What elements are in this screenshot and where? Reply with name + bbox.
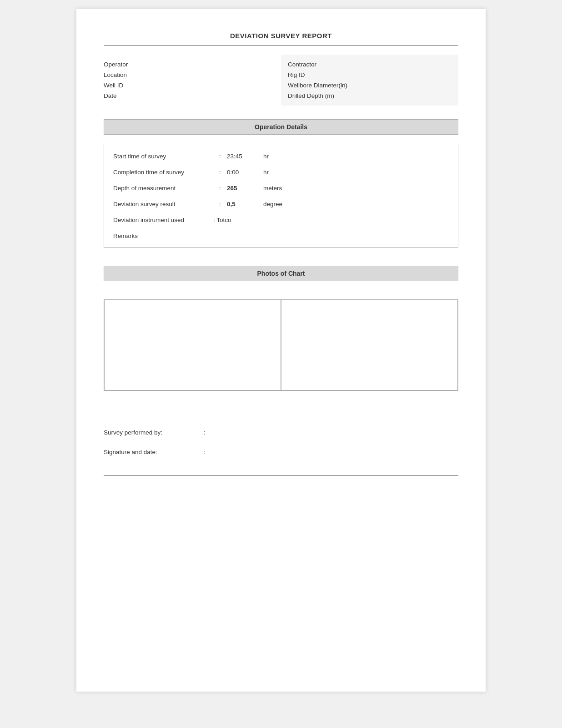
deviation-instrument-row: Deviation instrument used : Totco xyxy=(104,212,458,228)
photos-content xyxy=(104,299,458,391)
photo-cell-left xyxy=(104,299,281,390)
start-time-value: 23:45 xyxy=(227,153,263,160)
info-row-rigid: Rig ID xyxy=(288,70,452,80)
start-time-label: Start time of survey xyxy=(113,153,213,160)
survey-performed-colon: : xyxy=(204,429,217,436)
info-row-drilled-depth: Drilled Depth (m) xyxy=(288,91,452,101)
info-row-operator: Operator xyxy=(104,59,281,70)
depth-measurement-colon: : xyxy=(213,185,227,192)
report-title: DEVIATION SURVEY REPORT xyxy=(104,32,458,40)
completion-time-row: Completion time of survey : 0:00 hr xyxy=(104,164,458,180)
photos-grid xyxy=(104,299,458,390)
info-row-contractor: Contractor xyxy=(288,59,452,70)
info-row-location: Location xyxy=(104,70,281,80)
start-time-colon: : xyxy=(213,153,227,160)
info-row-date: Date xyxy=(104,91,281,101)
operation-details-table: Operation Details xyxy=(104,119,458,135)
survey-performed-row: Survey performed by: : xyxy=(104,423,458,442)
deviation-survey-result-label: Deviation survey result xyxy=(113,201,213,207)
deviation-survey-result-value: 0,5 xyxy=(227,201,263,207)
signature-date-row: Signature and date: : xyxy=(104,442,458,462)
deviation-survey-result-row: Deviation survey result : 0,5 degree xyxy=(104,196,458,212)
photos-header: Photos of Chart xyxy=(104,266,458,281)
signature-date-colon: : xyxy=(204,449,217,455)
info-row-wellid: Well ID xyxy=(104,80,281,91)
deviation-instrument-colon: : Totco xyxy=(213,217,231,223)
start-time-row: Start time of survey : 23:45 hr xyxy=(104,148,458,164)
signature-date-label: Signature and date: xyxy=(104,449,204,455)
deviation-survey-result-unit: degree xyxy=(263,201,282,207)
photo-cell-right xyxy=(281,299,458,390)
info-left: Operator Location Well ID Date xyxy=(104,55,281,106)
depth-measurement-value: 265 xyxy=(227,185,263,192)
page: DEVIATION SURVEY REPORT Operator Locatio… xyxy=(76,9,486,692)
completion-time-value: 0:00 xyxy=(227,169,263,176)
photos-section-table: Photos of Chart xyxy=(104,266,458,281)
deviation-instrument-label: Deviation instrument used xyxy=(113,217,213,223)
depth-measurement-unit: meters xyxy=(263,185,282,192)
remarks-row: Remarks xyxy=(104,228,458,243)
start-time-unit: hr xyxy=(263,153,269,160)
info-grid: Operator Location Well ID Date Contracto… xyxy=(104,55,458,106)
completion-time-unit: hr xyxy=(263,169,269,176)
info-right: Contractor Rig ID Wellbore Diameter(in) … xyxy=(281,55,458,106)
survey-performed-label: Survey performed by: xyxy=(104,429,204,436)
operation-details-header: Operation Details xyxy=(104,120,458,135)
deviation-survey-result-colon: : xyxy=(213,201,227,207)
info-row-wellbore: Wellbore Diameter(in) xyxy=(288,80,452,91)
depth-measurement-label: Depth of measurement xyxy=(113,185,213,192)
operation-content: Start time of survey : 23:45 hr Completi… xyxy=(104,144,458,248)
depth-measurement-row: Depth of measurement : 265 meters xyxy=(104,180,458,196)
top-divider xyxy=(104,45,458,46)
bottom-divider xyxy=(104,475,458,476)
completion-time-label: Completion time of survey xyxy=(113,169,213,176)
remarks-label: Remarks xyxy=(113,233,138,240)
bottom-section: Survey performed by: : Signature and dat… xyxy=(104,414,458,462)
completion-time-colon: : xyxy=(213,169,227,176)
